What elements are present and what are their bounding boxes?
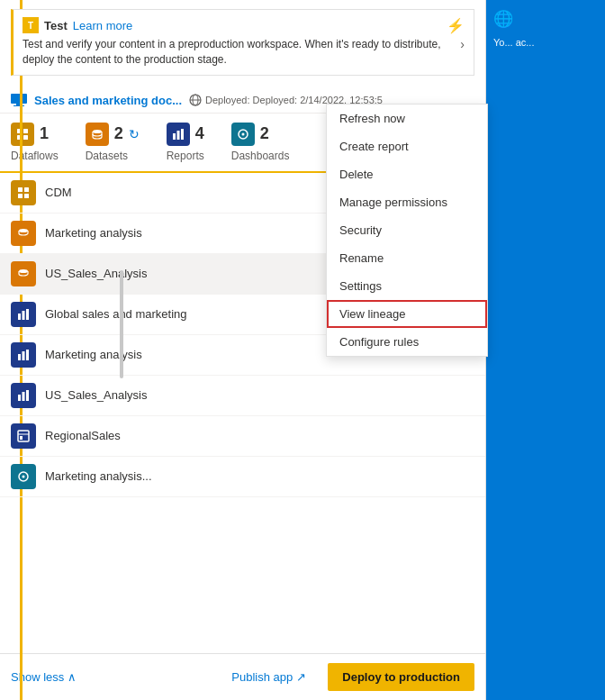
item-icon-global bbox=[11, 302, 36, 327]
stat-item-datasets: 2 ↻ Datasets bbox=[86, 123, 140, 162]
svg-point-35 bbox=[23, 475, 25, 477]
item-icon-marketing-3 bbox=[11, 464, 36, 489]
context-menu-item-create-report[interactable]: Create report bbox=[327, 132, 487, 160]
dataflows-label: Dataflows bbox=[11, 150, 59, 162]
context-menu-item-manage-permissions[interactable]: Manage permissions bbox=[327, 188, 487, 216]
dashboards-icon bbox=[231, 123, 255, 146]
svg-rect-31 bbox=[18, 431, 29, 441]
datasets-label: Datasets bbox=[86, 150, 128, 162]
deploy-to-production-button[interactable]: Deploy to production bbox=[328, 663, 474, 691]
svg-rect-23 bbox=[23, 311, 25, 320]
refresh-icon[interactable]: ↻ bbox=[129, 127, 140, 141]
item-icon-cdm bbox=[11, 180, 36, 205]
svg-point-15 bbox=[241, 132, 244, 135]
test-banner: T Test Learn more ⚡ Test and verify your… bbox=[11, 9, 474, 76]
svg-rect-28 bbox=[18, 395, 21, 401]
deploy-label: Deploy to production bbox=[342, 670, 460, 684]
footer: Show less ∧ Publish app ↗ Deploy to prod… bbox=[0, 653, 485, 700]
context-menu-item-refresh-now[interactable]: Refresh now bbox=[327, 105, 487, 132]
stat-item-dashboards: 2 Dashboards bbox=[231, 123, 290, 162]
svg-point-10 bbox=[93, 130, 102, 133]
datasets-count: 2 bbox=[114, 124, 123, 143]
item-icon-us-sales-2 bbox=[11, 383, 36, 408]
context-menu-item-configure-rules[interactable]: Configure rules bbox=[327, 328, 487, 356]
svg-rect-18 bbox=[18, 194, 23, 198]
stat-number-row-datasets: 2 ↻ bbox=[86, 123, 140, 146]
item-name-us-sales-2: US_Sales_Analysis bbox=[45, 388, 474, 402]
svg-rect-0 bbox=[11, 94, 27, 104]
svg-rect-2 bbox=[14, 105, 24, 106]
monitor-icon bbox=[11, 94, 27, 106]
item-icon-marketing bbox=[11, 221, 36, 246]
publish-app-button[interactable]: Publish app ↗ bbox=[224, 665, 313, 689]
context-menu-item-security[interactable]: Security bbox=[327, 216, 487, 244]
context-menu-item-delete[interactable]: Delete bbox=[327, 160, 487, 188]
item-icon-regional bbox=[11, 423, 36, 449]
svg-rect-26 bbox=[23, 351, 25, 360]
svg-rect-27 bbox=[26, 350, 29, 360]
list-item[interactable]: Marketing analysis... bbox=[0, 457, 485, 497]
svg-rect-9 bbox=[23, 135, 28, 140]
right-panel: 🌐 Yo... ac... bbox=[486, 0, 605, 700]
test-banner-desc: Test and verify your content in a prepro… bbox=[23, 37, 465, 68]
svg-point-21 bbox=[19, 269, 28, 273]
svg-rect-16 bbox=[18, 187, 23, 192]
stat-number-row-dashboards: 2 bbox=[231, 123, 269, 146]
context-menu-item-rename[interactable]: Rename bbox=[327, 244, 487, 272]
test-icon: T bbox=[23, 17, 39, 33]
globe-icon-sm bbox=[189, 94, 202, 106]
svg-rect-22 bbox=[18, 314, 21, 320]
svg-rect-7 bbox=[23, 129, 28, 133]
svg-rect-29 bbox=[23, 392, 25, 401]
svg-rect-13 bbox=[181, 129, 184, 140]
item-icon-us-sales bbox=[11, 261, 36, 286]
dataset-title[interactable]: Sales and marketing doc... bbox=[34, 94, 182, 107]
item-name-marketing-3: Marketing analysis... bbox=[45, 469, 474, 483]
test-banner-header: T Test Learn more ⚡ bbox=[23, 17, 465, 33]
lightning-icon: ⚡ bbox=[447, 17, 465, 34]
external-link-icon: ↗ bbox=[296, 670, 306, 684]
context-menu-item-settings[interactable]: Settings bbox=[327, 272, 487, 300]
svg-rect-12 bbox=[176, 131, 179, 140]
dashboards-label: Dashboards bbox=[231, 150, 290, 162]
test-label: Test bbox=[44, 19, 68, 32]
svg-rect-33 bbox=[20, 436, 23, 440]
dataflows-count: 1 bbox=[40, 124, 49, 143]
stat-item-dataflows: 1 Dataflows bbox=[11, 123, 59, 162]
reports-label: Reports bbox=[167, 150, 204, 162]
show-less-label: Show less bbox=[11, 670, 64, 684]
stat-number-row-dataflows: 1 bbox=[11, 123, 49, 146]
svg-rect-25 bbox=[18, 354, 21, 360]
learn-more-link[interactable]: Learn more bbox=[73, 19, 132, 32]
list-item[interactable]: US_Sales_Analysis bbox=[0, 376, 485, 416]
right-panel-text: Yo... ac... bbox=[493, 36, 534, 50]
svg-rect-24 bbox=[26, 309, 29, 320]
reports-count: 4 bbox=[195, 124, 204, 143]
context-menu: Refresh now Create report Delete Manage … bbox=[326, 104, 488, 357]
stat-number-row-reports: 4 bbox=[167, 123, 204, 146]
list-item[interactable]: RegionalSales bbox=[0, 416, 485, 457]
svg-rect-17 bbox=[24, 187, 29, 192]
dashboards-count: 2 bbox=[260, 124, 269, 143]
publish-app-label: Publish app bbox=[231, 670, 293, 684]
dataflows-icon bbox=[11, 123, 34, 146]
svg-rect-30 bbox=[26, 390, 29, 401]
context-menu-item-view-lineage[interactable]: View lineage bbox=[327, 300, 487, 328]
item-name-regional: RegionalSales bbox=[45, 429, 474, 442]
svg-rect-19 bbox=[24, 194, 29, 198]
datasets-icon bbox=[86, 123, 109, 146]
item-icon-marketing-2 bbox=[11, 342, 36, 368]
chevron-right-icon[interactable]: › bbox=[460, 37, 465, 51]
reports-icon bbox=[167, 123, 190, 146]
right-panel-globe-icon: 🌐 bbox=[493, 9, 513, 29]
svg-rect-11 bbox=[173, 133, 176, 140]
svg-point-20 bbox=[19, 229, 28, 232]
stat-item-reports: 4 Reports bbox=[167, 123, 204, 162]
chevron-up-icon: ∧ bbox=[68, 670, 77, 684]
scrollbar[interactable] bbox=[120, 270, 123, 378]
